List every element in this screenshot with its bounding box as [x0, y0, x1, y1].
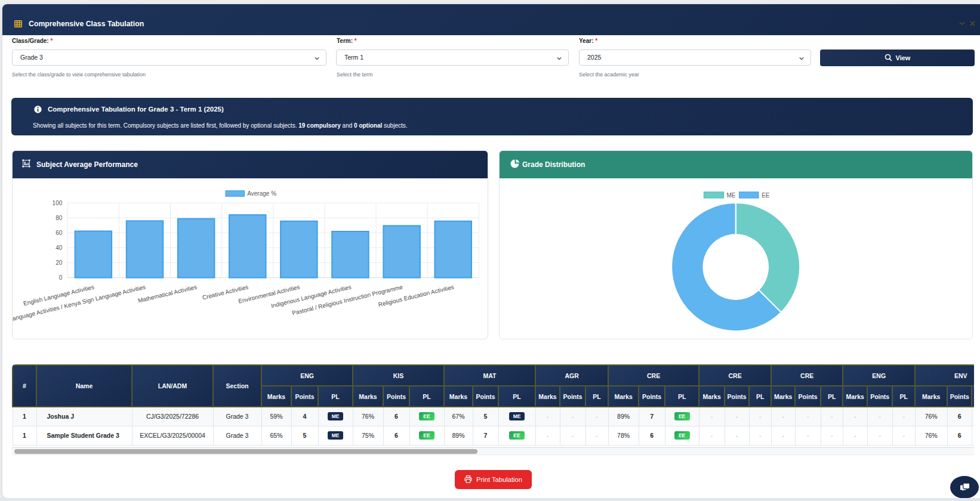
- svg-text:40: 40: [56, 245, 63, 251]
- svg-text:100: 100: [53, 200, 63, 206]
- svg-text:60: 60: [56, 230, 63, 236]
- svg-text:80: 80: [56, 215, 63, 221]
- svg-text:Mathematical Activities: Mathematical Activities: [137, 283, 198, 304]
- svg-text:0: 0: [59, 274, 63, 281]
- svg-text:20: 20: [56, 259, 63, 266]
- svg-text:EE: EE: [762, 192, 770, 199]
- svg-text:ME: ME: [727, 192, 736, 199]
- svg-text:Average %: Average %: [247, 190, 276, 197]
